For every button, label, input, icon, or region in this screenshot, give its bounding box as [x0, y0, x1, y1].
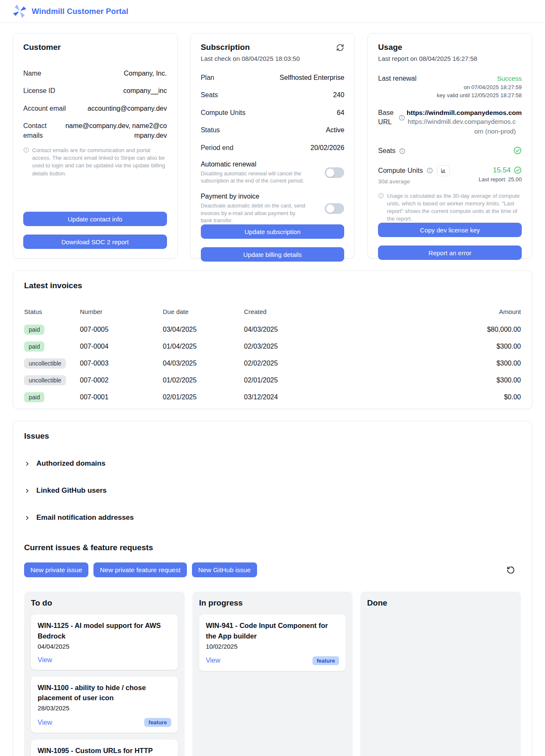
subscription-field-plan: Plan Selfhosted Enterprise [201, 73, 345, 82]
usage-actions: Copy dev license key Report an error [378, 223, 522, 260]
collapsible-label: Email notification addresses [36, 513, 134, 522]
invoice-number: 007-0003 [80, 355, 163, 372]
field-value: 240 [333, 90, 345, 100]
update-contact-info-button[interactable]: Update contact info [23, 212, 167, 226]
issue-date: 28/03/2025 [38, 704, 171, 712]
chevron-right-icon [24, 461, 30, 467]
customer-field-license-id: License ID company__inc [23, 86, 167, 96]
field-label: Contact emails [23, 121, 61, 140]
column-header-due-date: Due date [163, 308, 244, 321]
invoice-created: 02/03/2025 [244, 338, 422, 355]
info-icon [23, 147, 29, 153]
column-title: To do [31, 598, 178, 608]
customer-note: Contact emails are for communication and… [23, 147, 167, 177]
refresh-issues-icon[interactable] [507, 566, 515, 574]
column-header-status: Status [24, 308, 80, 321]
refresh-subscription-icon[interactable] [336, 44, 344, 52]
base-url-row: Base URL https://windmill.companydemos.c… [378, 108, 522, 136]
field-value: accounting@company.dev [88, 104, 167, 113]
issue-title: WIN-941 - Code Input Component for the A… [206, 620, 340, 641]
info-icon[interactable] [399, 115, 405, 121]
info-icon [378, 193, 384, 199]
issue-title: WIN-1095 - Custom URLs for HTTP routes. [38, 745, 171, 756]
issue-actions-row: New private issue New private feature re… [24, 562, 521, 577]
update-billing-details-button[interactable]: Update billing details [201, 247, 345, 262]
field-label: Account email [23, 104, 66, 113]
view-issue-link[interactable]: View [38, 656, 52, 664]
app-header: Windmill Customer Portal [0, 0, 545, 23]
collapsible-email-notification-addresses[interactable]: Email notification addresses [24, 513, 521, 522]
subscription-field-period-end: Period end 20/02/2026 [201, 143, 345, 153]
seats-label: Seats [378, 146, 395, 156]
issue-date: 04/04/2025 [38, 643, 171, 650]
chevron-right-icon [24, 488, 30, 494]
usage-note-text: Usage is calculated as the 30-day averag… [387, 192, 522, 223]
subscription-field-seats: Seats 240 [201, 90, 345, 100]
view-issue-link[interactable]: View [206, 657, 220, 664]
download-soc2-report-button[interactable]: Download SOC 2 report [23, 235, 167, 249]
table-row: paid 007-0005 03/04/2025 04/03/2025 $80,… [24, 321, 521, 338]
invoices-title: Latest invoices [24, 281, 521, 290]
automatic-renewal-setting: Automatic renewal Disabling automatic re… [201, 161, 345, 185]
table-row: paid 007-0004 01/04/2025 02/03/2025 $300… [24, 338, 521, 355]
invoice-due-date: 02/01/2025 [163, 389, 244, 406]
status-badge: uncollectible [24, 375, 66, 385]
view-issue-link[interactable]: View [38, 719, 52, 726]
board-column-done: Done [360, 592, 521, 756]
collapsible-linked-github-users[interactable]: Linked GitHub users [24, 486, 521, 495]
invoice-created: 03/12/2024 [244, 389, 422, 406]
issues-board: To do WIN-1125 - AI model support for AW… [24, 592, 521, 756]
collapsible-authorized-domains[interactable]: Authorized domains [24, 459, 521, 468]
invoice-number: 007-0001 [80, 389, 163, 406]
compute-ok-icon [514, 166, 522, 174]
field-label: Plan [201, 73, 214, 82]
compute-last-report: Last report: 25.00 [479, 175, 522, 184]
subscription-field-compute-units: Compute Units 64 [201, 108, 345, 117]
status-badge: paid [24, 325, 44, 335]
customer-field-contact-emails: Contact emails name@company.dev, name2@c… [23, 121, 167, 140]
customer-field-name: Name Company, Inc. [23, 69, 167, 78]
invoice-number: 007-0004 [80, 338, 163, 355]
new-github-issue-button[interactable]: New GitHub issue [192, 562, 257, 577]
issue-card: WIN-941 - Code Input Component for the A… [199, 614, 346, 671]
renewal-status-badge: Success [437, 74, 522, 83]
payment-by-invoice-toggle[interactable] [325, 203, 344, 214]
info-icon[interactable] [399, 148, 405, 154]
compute-units-sublabel: 30d average [378, 178, 450, 186]
status-badge: paid [24, 392, 44, 402]
customer-note-text: Contact emails are for communication and… [32, 147, 167, 177]
compute-units-usage-row: Compute Units 30d average 15.54 Last rep… [378, 165, 522, 186]
field-value: company__inc [123, 86, 167, 96]
automatic-renewal-toggle[interactable] [325, 167, 344, 178]
field-value: Active [326, 126, 345, 135]
info-icon[interactable] [427, 167, 433, 174]
field-label: Seats [201, 90, 218, 100]
usage-note: Usage is calculated as the 30-day averag… [378, 192, 522, 223]
field-value: Company, Inc. [124, 69, 167, 78]
status-badge: paid [24, 341, 44, 352]
issues-card: Issues Authorized domains Linked GitHub … [13, 421, 532, 756]
base-url-label: Base URL [378, 108, 405, 127]
invoice-due-date: 01/04/2025 [163, 338, 244, 355]
new-private-issue-button[interactable]: New private issue [24, 562, 88, 577]
field-label: Name [23, 69, 41, 78]
subscription-card: Subscription Last check on 08/04/2025 18… [190, 33, 355, 259]
invoices-header-row: Status Number Due date Created Amount [24, 308, 521, 321]
new-private-feature-request-button[interactable]: New private feature request [93, 562, 186, 577]
issues-title: Issues [24, 431, 521, 441]
field-label: License ID [23, 86, 55, 96]
usage-chart-button[interactable] [437, 165, 450, 176]
customer-card: Customer Name Company, Inc. License ID c… [13, 33, 178, 259]
invoice-amount: $300.00 [422, 372, 521, 389]
collapsible-label: Linked GitHub users [36, 486, 107, 495]
update-subscription-button[interactable]: Update subscription [201, 224, 345, 239]
copy-dev-license-key-button[interactable]: Copy dev license key [378, 223, 522, 237]
field-value: Selfhosted Enterprise [279, 73, 344, 82]
latest-invoices-card: Latest invoices Status Number Due date C… [13, 270, 532, 409]
report-an-error-button[interactable]: Report an error [378, 246, 522, 260]
current-issues-section-title: Current issues & feature requests [24, 543, 521, 552]
subscription-card-title: Subscription [201, 43, 300, 52]
field-label: Period end [201, 143, 233, 153]
main-content: Customer Name Company, Inc. License ID c… [13, 33, 532, 756]
board-column-todo: To do WIN-1125 - AI model support for AW… [24, 592, 185, 756]
